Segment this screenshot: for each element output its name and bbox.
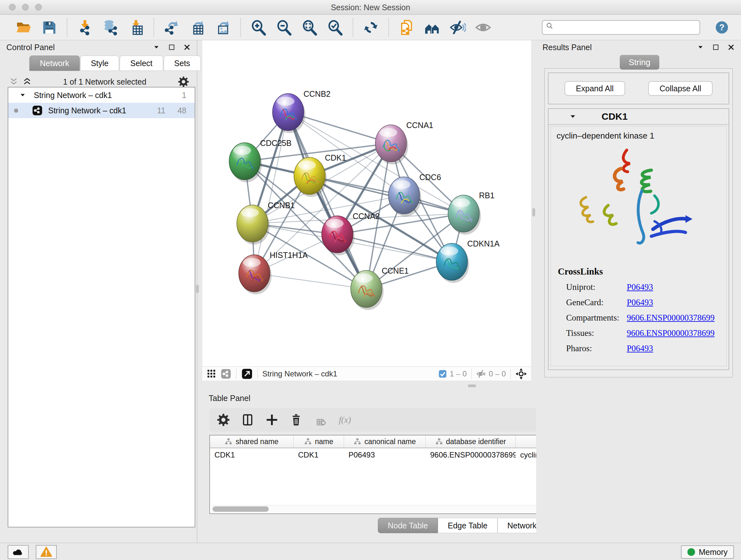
save-button[interactable] bbox=[40, 18, 58, 37]
node-CDC6[interactable]: CDC6 bbox=[388, 173, 441, 216]
first-neighbors-button[interactable] bbox=[423, 18, 441, 37]
snapshot-icon bbox=[398, 19, 415, 36]
import-network-icon bbox=[77, 19, 93, 36]
node-RB1[interactable]: RB1 bbox=[448, 191, 495, 235]
crosslink-link[interactable]: P06493 bbox=[627, 344, 653, 354]
node-CCNB2[interactable]: CCNB2 bbox=[273, 89, 331, 133]
tab-sets[interactable]: Sets bbox=[164, 56, 201, 71]
node-label: CCNB1 bbox=[268, 201, 295, 210]
tab-select[interactable]: Select bbox=[120, 56, 163, 71]
tab-network[interactable]: Network bbox=[29, 56, 80, 71]
show-hide-button[interactable] bbox=[448, 18, 467, 37]
search-input[interactable] bbox=[556, 23, 696, 32]
crosslink-link[interactable]: P06493 bbox=[627, 298, 653, 307]
show-columns-button[interactable] bbox=[241, 413, 255, 427]
warnings-button[interactable] bbox=[36, 545, 57, 559]
float-panel-icon[interactable] bbox=[712, 44, 719, 51]
memory-button[interactable]: Memory bbox=[681, 545, 734, 559]
delete-table-button[interactable] bbox=[313, 413, 327, 427]
import-database-button[interactable] bbox=[101, 18, 120, 37]
hidden-eye-icon[interactable] bbox=[476, 369, 486, 379]
network-row[interactable]: String Network – cdk1 11 48 bbox=[8, 103, 195, 118]
gene-description: cyclin–dependent kinase 1 bbox=[551, 126, 726, 141]
column-header-canonical-name[interactable]: canonical name bbox=[344, 435, 426, 448]
node-CCNE1[interactable]: CCNE1 bbox=[351, 266, 409, 310]
add-column-button[interactable] bbox=[265, 413, 279, 427]
preview-eye-button[interactable] bbox=[474, 18, 492, 37]
delete-column-button[interactable] bbox=[289, 413, 303, 427]
panel-menu-icon[interactable] bbox=[153, 44, 160, 51]
tab-node-table[interactable]: Node Table bbox=[378, 518, 438, 533]
expand-all-networks-icon[interactable] bbox=[22, 77, 32, 86]
close-window-button[interactable] bbox=[9, 4, 16, 10]
crosslink-label: Uniprot: bbox=[566, 282, 627, 292]
tab-style[interactable]: Style bbox=[80, 56, 119, 71]
zoom-selected-button[interactable] bbox=[326, 18, 344, 37]
zoom-window-button[interactable] bbox=[35, 4, 42, 10]
import-table-button[interactable] bbox=[127, 18, 145, 37]
close-panel-icon[interactable] bbox=[184, 44, 191, 51]
tab-string[interactable]: String bbox=[620, 55, 659, 70]
crosslink-label: Pharos: bbox=[566, 344, 627, 354]
network-selection-status: 1 of 1 Network selected bbox=[32, 77, 178, 86]
crosslink-row: Tissues:9606.ENSP00000378699 bbox=[558, 328, 715, 338]
svg-text:f(x): f(x) bbox=[339, 415, 351, 425]
close-panel-icon[interactable] bbox=[728, 44, 735, 51]
zoom-fit-button[interactable] bbox=[300, 18, 319, 37]
fit-content-crosshair-icon[interactable] bbox=[515, 368, 527, 380]
node-CDKN1A[interactable]: CDKN1A bbox=[436, 239, 500, 283]
network-canvas[interactable]: CCNB2CCNA1CDC25BCDK1CDC6RB1CCNB1CCNA2CDK… bbox=[202, 40, 531, 367]
zoom-out-button[interactable] bbox=[275, 18, 293, 37]
snapshot-button[interactable] bbox=[397, 18, 416, 37]
crosslinks-section: CrossLinks Uniprot:P06493GeneCard:P06493… bbox=[558, 266, 715, 354]
crosslink-link[interactable]: 9606.ENSP00000378699 bbox=[627, 313, 715, 323]
left-splitter-handle[interactable] bbox=[196, 285, 199, 293]
toolbar-separator bbox=[353, 18, 353, 37]
collapse-all-button[interactable]: Collapse All bbox=[648, 81, 713, 96]
column-header-database-identifier[interactable]: database identifier bbox=[426, 435, 516, 448]
column-header-shared-name[interactable]: shared name bbox=[210, 435, 293, 448]
node-CCNB1[interactable]: CCNB1 bbox=[237, 201, 295, 245]
panel-menu-icon[interactable] bbox=[697, 44, 704, 51]
minimize-window-button[interactable] bbox=[22, 4, 29, 10]
edge-CCNB2-HIST1H1A[interactable] bbox=[254, 112, 288, 273]
expand-all-button[interactable]: Expand All bbox=[564, 81, 625, 96]
node-CCNA2[interactable]: CCNA2 bbox=[322, 212, 380, 255]
node-CDK1[interactable]: CDK1 bbox=[294, 153, 346, 197]
table-cell: CDK1 bbox=[293, 448, 344, 462]
node-CCNA1[interactable]: CCNA1 bbox=[375, 121, 433, 165]
detach-view-icon[interactable] bbox=[241, 368, 253, 380]
collapse-all-networks-icon[interactable] bbox=[9, 77, 18, 86]
selected-checkbox-icon[interactable] bbox=[438, 369, 447, 378]
right-splitter-handle[interactable] bbox=[532, 208, 535, 216]
export-image-button[interactable] bbox=[213, 18, 232, 37]
network-collection-row[interactable]: String Network – cdk1 1 bbox=[8, 87, 195, 103]
import-network-button[interactable] bbox=[76, 18, 94, 37]
refresh-button[interactable] bbox=[361, 18, 380, 37]
help-button[interactable]: ? bbox=[713, 18, 731, 37]
string-network-icon bbox=[31, 105, 43, 116]
zoom-in-button[interactable] bbox=[249, 18, 268, 37]
cloud-button[interactable] bbox=[8, 545, 29, 559]
float-panel-icon[interactable] bbox=[168, 44, 175, 51]
collection-count: 1 bbox=[182, 91, 186, 100]
grid-view-icon[interactable] bbox=[206, 368, 217, 379]
open-folder-button[interactable] bbox=[14, 18, 33, 37]
preview-eye-icon bbox=[475, 19, 491, 36]
bottom-splitter-handle[interactable] bbox=[468, 384, 476, 387]
crosslink-link[interactable]: 9606.ENSP00000378699 bbox=[627, 328, 715, 338]
crosslink-link[interactable]: P06493 bbox=[627, 282, 653, 292]
edge-CCNB2-CCNE1[interactable] bbox=[288, 112, 366, 289]
gene-collapse-icon[interactable] bbox=[569, 113, 577, 120]
network-options-gear-icon[interactable] bbox=[178, 76, 190, 88]
collection-expand-icon[interactable] bbox=[19, 91, 26, 99]
tab-edge-table[interactable]: Edge Table bbox=[438, 518, 497, 533]
table-options-icon bbox=[216, 413, 230, 427]
function-builder-button[interactable]: f(x) bbox=[338, 413, 352, 427]
node-HIST1H1A[interactable]: HIST1H1A bbox=[239, 251, 308, 294]
node-CDC25B[interactable]: CDC25B bbox=[229, 138, 292, 182]
table-options-button[interactable] bbox=[216, 413, 230, 427]
export-table-button[interactable] bbox=[188, 18, 206, 37]
column-header-name[interactable]: name bbox=[293, 435, 344, 448]
export-network-button[interactable] bbox=[162, 18, 181, 37]
